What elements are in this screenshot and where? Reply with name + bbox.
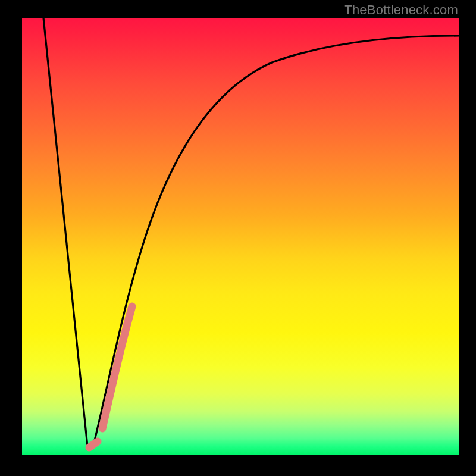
watermark-text: TheBottleneck.com — [344, 2, 458, 18]
chart-frame: TheBottleneck.com — [0, 0, 476, 476]
highlight-segment-main — [102, 306, 132, 428]
bottleneck-curve — [43, 18, 459, 446]
highlight-segment — [89, 441, 98, 447]
chart-svg — [22, 18, 459, 455]
